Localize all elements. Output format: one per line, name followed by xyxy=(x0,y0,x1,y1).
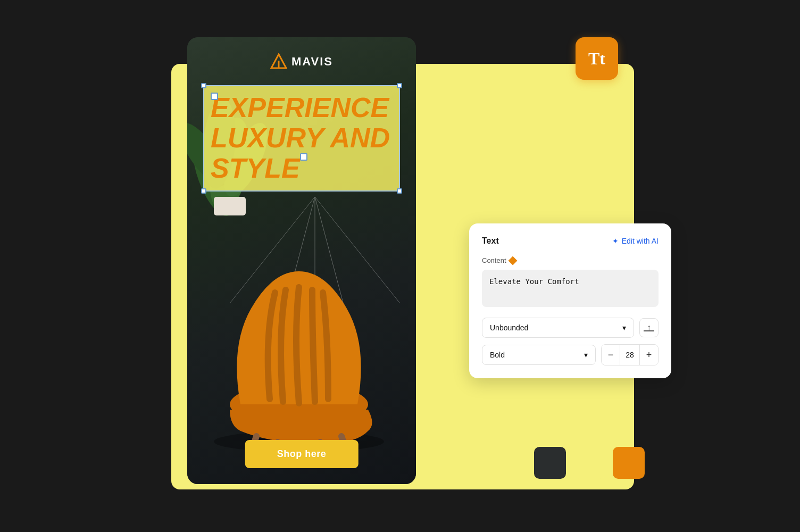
font-name: Unbounded xyxy=(490,323,528,332)
content-text-label: Content xyxy=(482,256,506,264)
panel-header: Text ✦ Edit with AI xyxy=(482,236,659,246)
font-dropdown[interactable]: Unbounded ▾ xyxy=(482,318,634,338)
decrease-size-button[interactable]: − xyxy=(602,345,620,365)
tt-button[interactable]: Tt xyxy=(576,37,618,80)
edit-ai-button[interactable]: ✦ Edit with AI xyxy=(612,237,659,245)
tt-label: Tt xyxy=(588,50,605,67)
chevron-down-style-icon: ▾ xyxy=(584,351,588,359)
diamond-icon xyxy=(508,256,517,265)
handle-tl[interactable] xyxy=(201,83,206,88)
panel-title: Text xyxy=(482,236,499,246)
style-name: Bold xyxy=(490,351,505,359)
style-dropdown[interactable]: Bold ▾ xyxy=(482,345,596,365)
logo-wrapper: MAVIS xyxy=(270,53,333,70)
color-swatches xyxy=(534,447,645,479)
logo-bar: MAVIS xyxy=(187,48,416,76)
chevron-down-icon: ▾ xyxy=(622,323,626,332)
style-size-row: Bold ▾ − 28 + xyxy=(482,344,659,365)
font-select-row: Unbounded ▾ ↑ xyxy=(482,318,659,338)
chair-illustration xyxy=(187,239,416,452)
ai-star-icon: ✦ xyxy=(612,237,619,245)
shop-button[interactable]: Shop here xyxy=(245,440,359,468)
logo-text: MAVIS xyxy=(291,55,333,69)
text-panel: Text ✦ Edit with AI Content Unbounded ▾ … xyxy=(469,223,671,378)
content-label: Content xyxy=(482,256,659,264)
content-textarea[interactable] xyxy=(482,270,659,307)
upload-font-button[interactable]: ↑ xyxy=(639,318,659,337)
upload-line xyxy=(644,330,654,331)
color-swatch-yellow[interactable] xyxy=(573,447,605,479)
main-container: Tt MAVIS xyxy=(139,21,661,511)
handle-br[interactable] xyxy=(397,188,402,194)
font-size-value: 28 xyxy=(620,345,640,365)
increase-size-button[interactable]: + xyxy=(640,345,658,365)
size-control: − 28 + xyxy=(601,344,659,365)
poster-headline: EXPERIENCE LUXURY AND STYLE xyxy=(211,92,390,184)
color-swatch-dark[interactable] xyxy=(534,447,566,479)
handle-bl[interactable] xyxy=(201,188,206,194)
headline-box[interactable]: EXPERIENCE LUXURY AND STYLE xyxy=(203,85,400,192)
poster-card: MAVIS EXPERIE xyxy=(187,37,416,484)
color-swatch-orange[interactable] xyxy=(613,447,645,479)
logo-icon xyxy=(270,53,287,70)
handle-tr[interactable] xyxy=(397,83,402,88)
edit-ai-label: Edit with AI xyxy=(622,237,659,245)
